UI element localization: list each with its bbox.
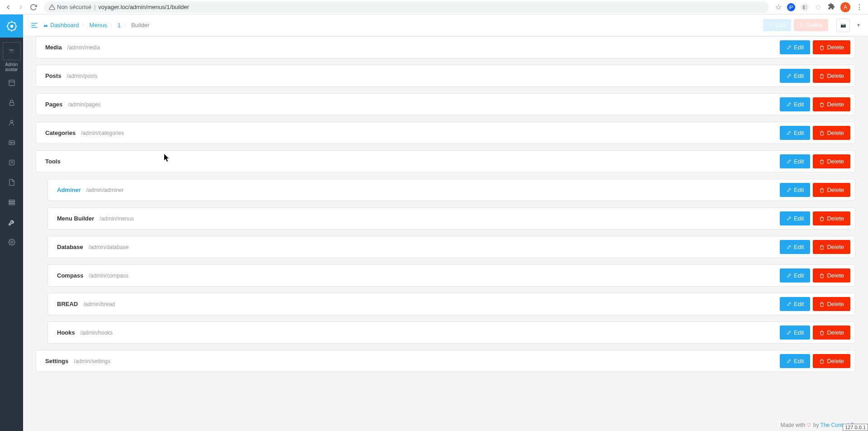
warning-icon bbox=[49, 4, 55, 10]
delete-button[interactable]: Delete bbox=[813, 211, 850, 225]
chevron-right-icon: 〉 bbox=[82, 22, 87, 29]
edit-button[interactable]: Edit bbox=[780, 326, 810, 340]
menu-item-label: BREAD bbox=[57, 301, 78, 307]
menu-item[interactable]: Media/admin/mediaEditDelete bbox=[36, 36, 855, 58]
ghost-actions: Edit Delete bbox=[763, 19, 828, 31]
delete-button[interactable]: Delete bbox=[813, 268, 850, 283]
svg-rect-21 bbox=[9, 200, 14, 201]
url-text: voyager.loc/admin/menus/1/builder bbox=[98, 4, 189, 10]
edit-button[interactable]: Edit bbox=[780, 154, 810, 168]
chevron-right-icon: 〉 bbox=[123, 22, 128, 29]
trash-icon bbox=[819, 330, 825, 335]
trash-icon bbox=[819, 273, 825, 278]
sidebar-dashboard-icon[interactable] bbox=[7, 78, 16, 87]
pencil-icon bbox=[786, 73, 792, 79]
bookmark-icon[interactable]: ☆ bbox=[775, 3, 782, 11]
breadcrumb-menus[interactable]: Menus bbox=[90, 22, 107, 29]
sidebar-lock-icon[interactable] bbox=[7, 98, 16, 107]
chevron-down-icon[interactable]: ▼ bbox=[856, 23, 861, 28]
profile-avatar[interactable]: A bbox=[840, 2, 850, 12]
reload-icon[interactable] bbox=[29, 3, 38, 12]
extension-icon-3[interactable]: ◌ bbox=[814, 3, 822, 11]
edit-button[interactable]: Edit bbox=[780, 268, 810, 283]
menu-item-label: Database bbox=[57, 244, 83, 250]
menu-item[interactable]: Pages/admin/pagesEditDelete bbox=[36, 93, 855, 115]
heart-icon: ♡ bbox=[806, 422, 811, 428]
svg-rect-14 bbox=[9, 102, 14, 105]
extension-icon-1[interactable]: iP bbox=[787, 3, 795, 11]
ghost-delete-button: Delete bbox=[794, 19, 829, 31]
breadcrumb-id[interactable]: 1 bbox=[118, 22, 121, 29]
menu-toggle-icon[interactable] bbox=[30, 21, 38, 29]
menu-item[interactable]: Compass/admin/compassEditDelete bbox=[47, 264, 855, 287]
admin-avatar-placeholder[interactable]: 📷 bbox=[3, 42, 21, 60]
menu-item-label: Pages bbox=[45, 101, 62, 108]
trash-icon bbox=[819, 302, 825, 307]
sidebar-settings-icon[interactable] bbox=[7, 238, 16, 247]
sidebar-categories-icon[interactable] bbox=[7, 198, 16, 207]
menu-item[interactable]: Menu Builder/admin/menusEditDelete bbox=[47, 207, 855, 230]
delete-button[interactable]: Delete bbox=[813, 40, 850, 54]
breadcrumb-dashboard[interactable]: Dashboard bbox=[43, 22, 79, 29]
delete-button[interactable]: Delete bbox=[813, 126, 850, 140]
sidebar-pages-icon[interactable] bbox=[7, 178, 16, 187]
delete-button[interactable]: Delete bbox=[813, 183, 850, 197]
delete-button[interactable]: Delete bbox=[813, 297, 850, 311]
user-menu[interactable]: 📷 bbox=[836, 19, 850, 32]
trash-icon bbox=[819, 216, 825, 221]
delete-button[interactable]: Delete bbox=[813, 154, 850, 168]
forward-icon[interactable] bbox=[16, 3, 25, 12]
menu-item[interactable]: BREAD/admin/breadEditDelete bbox=[47, 293, 855, 315]
delete-button[interactable]: Delete bbox=[813, 69, 850, 83]
sidebar-media-icon[interactable] bbox=[7, 138, 16, 147]
menu-item[interactable]: ToolsEditDelete bbox=[36, 150, 855, 172]
edit-button[interactable]: Edit bbox=[780, 126, 810, 140]
edit-button[interactable]: Edit bbox=[780, 40, 810, 54]
extension-icon-2[interactable]: ◧ bbox=[801, 3, 809, 11]
helm-icon bbox=[5, 20, 18, 33]
menu-item[interactable]: Settings/admin/settingsEditDelete bbox=[36, 350, 855, 372]
menu-item-url: /admin/media bbox=[67, 44, 100, 51]
menu-item-url: /admin/pages bbox=[68, 101, 100, 108]
svg-point-17 bbox=[10, 142, 11, 143]
menu-item-label: Compass bbox=[57, 272, 84, 279]
chevron-right-icon: 〉 bbox=[110, 22, 115, 29]
menu-item[interactable]: Database/admin/databaseEditDelete bbox=[47, 236, 855, 258]
menu-item-url: /admin/menus bbox=[100, 216, 133, 222]
logo[interactable] bbox=[0, 14, 23, 38]
edit-button[interactable]: Edit bbox=[780, 354, 810, 368]
edit-button[interactable]: Edit bbox=[780, 211, 810, 225]
menu-item-label: Categories bbox=[45, 129, 76, 136]
sidebar-posts-icon[interactable] bbox=[7, 158, 16, 167]
menu-item[interactable]: Adminer/admin/adminerEditDelete bbox=[47, 179, 855, 201]
delete-button[interactable]: Delete bbox=[813, 354, 850, 368]
sidebar-user-icon[interactable] bbox=[7, 118, 16, 127]
edit-button[interactable]: Edit bbox=[780, 297, 810, 311]
edit-button[interactable]: Edit bbox=[780, 97, 810, 111]
trash-icon bbox=[819, 244, 825, 250]
edit-button[interactable]: Edit bbox=[780, 240, 810, 254]
delete-button[interactable]: Delete bbox=[813, 97, 850, 111]
header: Dashboard 〉 Menus 〉 1 〉 Builder Edit Del… bbox=[23, 14, 868, 36]
pencil-icon bbox=[786, 244, 792, 250]
svg-rect-12 bbox=[9, 80, 14, 86]
menu-icon[interactable]: ⋮ bbox=[856, 3, 863, 11]
not-secure-label: Non sécurisé bbox=[57, 4, 91, 10]
breadcrumb-builder: Builder bbox=[131, 22, 149, 29]
svg-point-3 bbox=[10, 25, 13, 27]
menu-item-url: /admin/adminer bbox=[86, 187, 124, 193]
svg-point-15 bbox=[10, 120, 13, 123]
extensions-icon[interactable] bbox=[828, 3, 835, 12]
sidebar-tools-icon[interactable] bbox=[7, 218, 16, 227]
menu-item[interactable]: Hooks/admin/hooksEditDelete bbox=[47, 321, 855, 344]
menu-item[interactable]: Posts/admin/postsEditDelete bbox=[36, 65, 855, 87]
delete-button[interactable]: Delete bbox=[813, 240, 850, 254]
delete-button[interactable]: Delete bbox=[813, 326, 850, 340]
back-icon[interactable] bbox=[4, 3, 13, 12]
edit-button[interactable]: Edit bbox=[780, 69, 810, 83]
menu-item-url: /admin/categories bbox=[81, 130, 124, 136]
menu-item[interactable]: Categories/admin/categoriesEditDelete bbox=[36, 122, 855, 144]
svg-point-24 bbox=[11, 241, 13, 243]
url-bar[interactable]: Non sécurisé | voyager.loc/admin/menus/1… bbox=[44, 1, 769, 13]
edit-button[interactable]: Edit bbox=[780, 183, 810, 197]
